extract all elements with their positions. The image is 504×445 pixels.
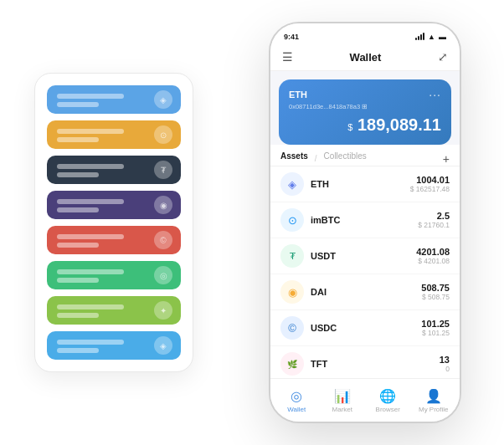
profile-nav-label: My Profile (419, 406, 449, 413)
scene: ◈ ⊙ ₮ ◉ © ◎ ✦ (18, 9, 486, 436)
card-line (57, 234, 124, 239)
eth-balance-value: 189,089.11 (357, 115, 441, 134)
nav-item-wallet[interactable]: ◎ Wallet (274, 388, 320, 413)
dai-icon: ◉ (280, 280, 304, 304)
tab-group: Assets / Collectibles (280, 151, 367, 166)
battery-icon: ▬ (439, 33, 446, 41)
add-asset-icon[interactable]: + (443, 152, 450, 166)
card-icon-4: ◉ (154, 196, 172, 214)
asset-amount: 101.25 (421, 319, 450, 329)
asset-list: ◈ ETH 1004.01 $ 162517.48 ⊙ imBTC 2.5 $ … (270, 166, 460, 378)
asset-amount: 508.75 (421, 283, 450, 293)
menu-icon[interactable]: ☰ (282, 50, 293, 64)
card-icon-3: ₮ (154, 161, 172, 179)
status-icons: ▲ ▬ (415, 33, 446, 41)
nav-item-profile[interactable]: 👤 My Profile (411, 388, 457, 413)
tab-assets[interactable]: Assets (280, 151, 308, 166)
phone-frame: 9:41 ▲ ▬ ☰ Wallet ⤢ ETH (269, 22, 461, 423)
stack-card-1[interactable]: ◈ (47, 85, 181, 114)
phone-header: ☰ Wallet ⤢ (270, 47, 460, 71)
eth-card-header: ETH ··· (289, 88, 441, 101)
expand-icon[interactable]: ⤢ (438, 50, 448, 64)
asset-amount: 1004.01 (410, 175, 450, 185)
card-line (57, 269, 124, 274)
tab-divider: / (315, 154, 317, 163)
card-line (57, 304, 124, 309)
stack-card-6[interactable]: ◎ (47, 261, 181, 289)
imbtc-icon: ⊙ (280, 208, 304, 232)
stack-card-3[interactable]: ₮ (47, 156, 181, 184)
asset-usd: $ 101.25 (421, 329, 450, 337)
list-item[interactable]: ₮ USDT 4201.08 $ 4201.08 (270, 238, 460, 274)
card-line (57, 340, 124, 345)
usdc-icon: © (280, 316, 304, 340)
card-line (57, 199, 124, 204)
eth-card[interactable]: ETH ··· 0x08711d3e...8418a78a3 ⊞ $ 189,0… (279, 79, 451, 145)
stack-card-4[interactable]: ◉ (47, 191, 181, 219)
list-item[interactable]: © USDC 101.25 $ 101.25 (270, 310, 460, 346)
asset-amount: 4201.08 (416, 247, 450, 257)
asset-name: DAI (311, 287, 421, 297)
card-icon-6: ◎ (154, 266, 172, 284)
card-stack: ◈ ⊙ ₮ ◉ © ◎ ✦ (34, 73, 193, 372)
market-nav-label: Market (332, 406, 352, 413)
tab-collectibles[interactable]: Collectibles (324, 151, 367, 166)
wallet-nav-icon: ◎ (291, 388, 302, 404)
profile-nav-icon: 👤 (425, 388, 442, 404)
asset-name: ETH (311, 179, 410, 189)
asset-name: USDT (311, 251, 416, 261)
asset-usd: $ 162517.48 (410, 185, 450, 193)
card-icon-8: ◈ (154, 336, 172, 355)
asset-usd: $ 508.75 (421, 293, 450, 301)
card-line-short (57, 137, 99, 142)
card-icon-2: ⊙ (154, 125, 172, 144)
asset-amount: 2.5 (418, 211, 450, 221)
card-line-short (57, 243, 99, 248)
stack-card-7[interactable]: ✦ (47, 296, 181, 325)
asset-values: 13 0 (440, 355, 450, 373)
asset-values: 1004.01 $ 162517.48 (410, 175, 450, 193)
stack-card-2[interactable]: ⊙ (47, 120, 181, 149)
nav-item-market[interactable]: 📊 Market (320, 388, 366, 413)
wallet-nav-label: Wallet (287, 406, 306, 413)
eth-icon: ◈ (280, 172, 304, 196)
signal-icon (415, 33, 424, 40)
list-item[interactable]: ◉ DAI 508.75 $ 508.75 (270, 274, 460, 310)
list-item[interactable]: ◈ ETH 1004.01 $ 162517.48 (270, 166, 460, 202)
eth-card-label: ETH (289, 90, 307, 100)
eth-card-menu[interactable]: ··· (429, 88, 441, 101)
card-icon-1: ◈ (154, 90, 172, 109)
asset-name: USDC (311, 323, 421, 333)
stack-card-8[interactable]: ◈ (47, 331, 181, 360)
card-line (57, 164, 124, 169)
card-line (57, 94, 124, 99)
asset-values: 101.25 $ 101.25 (421, 319, 450, 337)
card-line-short (57, 313, 99, 318)
browser-nav-icon: 🌐 (379, 388, 396, 404)
asset-name: TFT (311, 359, 440, 369)
wifi-icon: ▲ (428, 33, 435, 41)
asset-usd: 0 (440, 365, 450, 373)
eth-balance-symbol: $ (347, 122, 352, 132)
eth-address: 0x08711d3e...8418a78a3 ⊞ (289, 103, 441, 110)
card-line (57, 129, 124, 134)
list-item[interactable]: ⊙ imBTC 2.5 $ 21760.1 (270, 202, 460, 238)
nav-item-browser[interactable]: 🌐 Browser (365, 388, 411, 413)
asset-usd: $ 4201.08 (416, 257, 450, 265)
card-icon-7: ✦ (154, 301, 172, 320)
browser-nav-label: Browser (376, 406, 400, 413)
stack-card-5[interactable]: © (47, 226, 181, 254)
card-line-short (57, 172, 99, 177)
bottom-nav: ◎ Wallet 📊 Market 🌐 Browser 👤 My Profile (270, 378, 460, 422)
market-nav-icon: 📊 (334, 388, 351, 404)
card-line-short (57, 348, 99, 353)
asset-amount: 13 (440, 355, 450, 365)
card-icon-5: © (154, 231, 172, 249)
phone-content: ETH ··· 0x08711d3e...8418a78a3 ⊞ $ 189,0… (270, 71, 460, 378)
page-title: Wallet (350, 51, 382, 64)
assets-tabs: Assets / Collectibles + (270, 145, 460, 166)
status-bar: 9:41 ▲ ▬ (270, 23, 460, 47)
eth-balance: $ 189,089.11 (289, 115, 441, 135)
asset-usd: $ 21760.1 (418, 221, 450, 229)
list-item[interactable]: 🌿 TFT 13 0 (270, 346, 460, 378)
